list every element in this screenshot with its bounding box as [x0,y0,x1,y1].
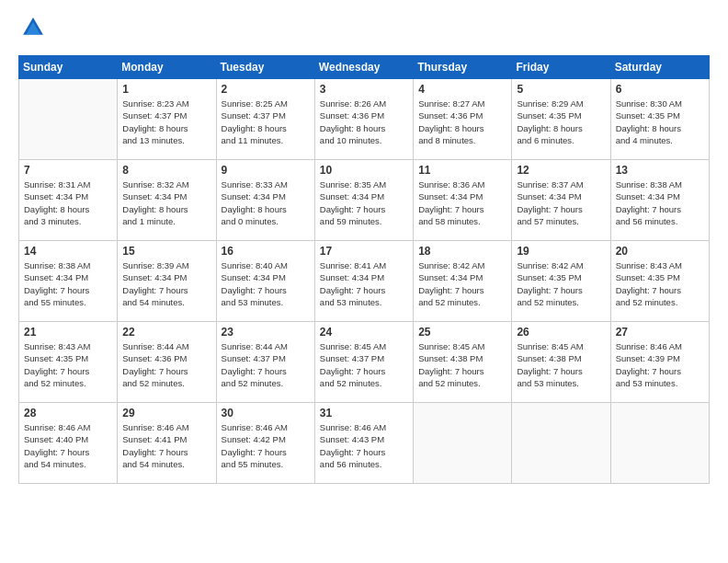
day-info: Sunrise: 8:46 AMSunset: 4:39 PMDaylight:… [616,340,704,389]
logo [18,15,46,44]
calendar-cell: 14Sunrise: 8:38 AMSunset: 4:34 PMDayligh… [19,241,118,322]
day-info: Sunrise: 8:39 AMSunset: 4:34 PMDaylight:… [122,259,210,308]
logo-icon [20,15,46,40]
day-number: 22 [122,326,210,339]
day-number: 31 [320,407,408,419]
calendar: SundayMondayTuesdayWednesdayThursdayFrid… [18,55,710,484]
day-info: Sunrise: 8:45 AMSunset: 4:38 PMDaylight:… [418,340,506,389]
day-number: 19 [517,245,605,258]
calendar-week-5: 28Sunrise: 8:46 AMSunset: 4:40 PMDayligh… [19,403,710,484]
day-number: 14 [24,245,112,258]
calendar-cell: 12Sunrise: 8:37 AMSunset: 4:34 PMDayligh… [512,160,610,241]
day-info: Sunrise: 8:26 AMSunset: 4:36 PMDaylight:… [320,98,408,146]
day-number: 28 [24,407,112,419]
calendar-cell: 25Sunrise: 8:45 AMSunset: 4:38 PMDayligh… [414,322,512,403]
day-number: 18 [418,245,506,258]
calendar-cell [610,403,709,484]
day-info: Sunrise: 8:30 AMSunset: 4:35 PMDaylight:… [616,98,704,146]
calendar-cell: 9Sunrise: 8:33 AMSunset: 4:34 PMDaylight… [216,160,314,241]
calendar-cell [19,79,118,160]
calendar-cell: 27Sunrise: 8:46 AMSunset: 4:39 PMDayligh… [610,322,709,403]
day-info: Sunrise: 8:46 AMSunset: 4:43 PMDaylight:… [320,421,408,470]
day-info: Sunrise: 8:29 AMSunset: 4:35 PMDaylight:… [517,98,605,146]
day-number: 15 [122,245,210,258]
day-info: Sunrise: 8:40 AMSunset: 4:34 PMDaylight:… [222,259,310,308]
page: SundayMondayTuesdayWednesdayThursdayFrid… [0,0,728,563]
calendar-cell: 11Sunrise: 8:36 AMSunset: 4:34 PMDayligh… [414,160,512,241]
day-info: Sunrise: 8:43 AMSunset: 4:35 PMDaylight:… [616,259,704,308]
calendar-cell: 18Sunrise: 8:42 AMSunset: 4:34 PMDayligh… [414,241,512,322]
calendar-cell: 16Sunrise: 8:40 AMSunset: 4:34 PMDayligh… [216,241,314,322]
calendar-cell [512,403,610,484]
day-info: Sunrise: 8:23 AMSunset: 4:37 PMDaylight:… [122,98,210,146]
calendar-cell: 6Sunrise: 8:30 AMSunset: 4:35 PMDaylight… [610,79,709,160]
day-number: 13 [616,164,704,177]
day-info: Sunrise: 8:44 AMSunset: 4:37 PMDaylight:… [222,340,310,389]
day-info: Sunrise: 8:25 AMSunset: 4:37 PMDaylight:… [222,98,310,146]
day-number: 16 [222,245,310,258]
day-number: 9 [222,164,310,177]
day-number: 12 [517,164,605,177]
day-info: Sunrise: 8:42 AMSunset: 4:35 PMDaylight:… [517,259,605,308]
calendar-cell: 8Sunrise: 8:32 AMSunset: 4:34 PMDaylight… [118,160,216,241]
calendar-header-saturday: Saturday [610,56,709,79]
day-number: 30 [222,407,310,419]
day-number: 1 [122,83,210,96]
day-info: Sunrise: 8:46 AMSunset: 4:41 PMDaylight:… [122,421,210,470]
header [18,15,710,44]
calendar-cell: 20Sunrise: 8:43 AMSunset: 4:35 PMDayligh… [610,241,709,322]
day-number: 17 [320,245,408,258]
calendar-cell: 29Sunrise: 8:46 AMSunset: 4:41 PMDayligh… [118,403,216,484]
calendar-cell: 22Sunrise: 8:44 AMSunset: 4:36 PMDayligh… [118,322,216,403]
calendar-cell: 15Sunrise: 8:39 AMSunset: 4:34 PMDayligh… [118,241,216,322]
day-info: Sunrise: 8:46 AMSunset: 4:40 PMDaylight:… [24,421,112,470]
day-number: 6 [616,83,704,96]
calendar-header-thursday: Thursday [414,56,512,79]
day-number: 5 [517,83,605,96]
calendar-cell: 26Sunrise: 8:45 AMSunset: 4:38 PMDayligh… [512,322,610,403]
day-number: 23 [222,326,310,339]
calendar-cell: 30Sunrise: 8:46 AMSunset: 4:42 PMDayligh… [216,403,314,484]
day-number: 24 [320,326,408,339]
calendar-week-3: 14Sunrise: 8:38 AMSunset: 4:34 PMDayligh… [19,241,710,322]
calendar-cell: 1Sunrise: 8:23 AMSunset: 4:37 PMDaylight… [118,79,216,160]
calendar-cell [414,403,512,484]
calendar-week-2: 7Sunrise: 8:31 AMSunset: 4:34 PMDaylight… [19,160,710,241]
day-info: Sunrise: 8:37 AMSunset: 4:34 PMDaylight:… [517,178,605,227]
day-number: 7 [24,164,112,177]
calendar-cell: 13Sunrise: 8:38 AMSunset: 4:34 PMDayligh… [610,160,709,241]
day-info: Sunrise: 8:41 AMSunset: 4:34 PMDaylight:… [320,259,408,308]
calendar-header-wednesday: Wednesday [314,56,413,79]
day-info: Sunrise: 8:42 AMSunset: 4:34 PMDaylight:… [418,259,506,308]
day-number: 29 [122,407,210,419]
day-number: 20 [616,245,704,258]
calendar-cell: 24Sunrise: 8:45 AMSunset: 4:37 PMDayligh… [314,322,413,403]
day-number: 11 [418,164,506,177]
day-number: 21 [24,326,112,339]
day-info: Sunrise: 8:31 AMSunset: 4:34 PMDaylight:… [24,178,112,227]
calendar-cell: 31Sunrise: 8:46 AMSunset: 4:43 PMDayligh… [314,403,413,484]
calendar-cell: 21Sunrise: 8:43 AMSunset: 4:35 PMDayligh… [19,322,118,403]
calendar-cell: 10Sunrise: 8:35 AMSunset: 4:34 PMDayligh… [314,160,413,241]
day-number: 27 [616,326,704,339]
day-info: Sunrise: 8:33 AMSunset: 4:34 PMDaylight:… [222,178,310,227]
calendar-week-1: 1Sunrise: 8:23 AMSunset: 4:37 PMDaylight… [19,79,710,160]
day-info: Sunrise: 8:36 AMSunset: 4:34 PMDaylight:… [418,178,506,227]
calendar-week-4: 21Sunrise: 8:43 AMSunset: 4:35 PMDayligh… [19,322,710,403]
calendar-cell: 7Sunrise: 8:31 AMSunset: 4:34 PMDaylight… [19,160,118,241]
calendar-cell: 19Sunrise: 8:42 AMSunset: 4:35 PMDayligh… [512,241,610,322]
day-number: 26 [517,326,605,339]
calendar-cell: 28Sunrise: 8:46 AMSunset: 4:40 PMDayligh… [19,403,118,484]
calendar-header-monday: Monday [118,56,216,79]
day-info: Sunrise: 8:27 AMSunset: 4:36 PMDaylight:… [418,98,506,146]
calendar-cell: 3Sunrise: 8:26 AMSunset: 4:36 PMDaylight… [314,79,413,160]
day-info: Sunrise: 8:43 AMSunset: 4:35 PMDaylight:… [24,340,112,389]
calendar-cell: 5Sunrise: 8:29 AMSunset: 4:35 PMDaylight… [512,79,610,160]
day-number: 2 [222,83,310,96]
day-number: 10 [320,164,408,177]
day-info: Sunrise: 8:32 AMSunset: 4:34 PMDaylight:… [122,178,210,227]
day-number: 8 [122,164,210,177]
day-info: Sunrise: 8:38 AMSunset: 4:34 PMDaylight:… [24,259,112,308]
calendar-cell: 2Sunrise: 8:25 AMSunset: 4:37 PMDaylight… [216,79,314,160]
day-info: Sunrise: 8:38 AMSunset: 4:34 PMDaylight:… [616,178,704,227]
